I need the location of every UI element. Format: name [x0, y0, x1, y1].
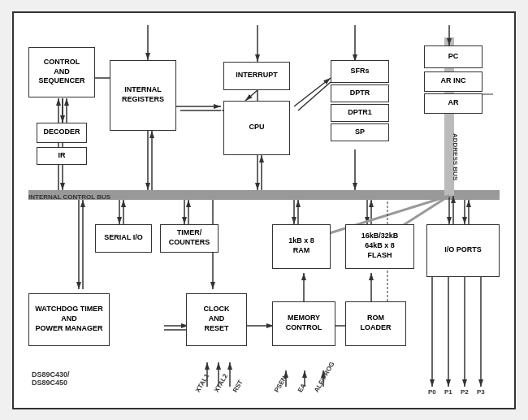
decoder-label: DECODER	[43, 128, 80, 137]
ar-label: AR	[448, 98, 459, 108]
timer-counters-label: TIMER/COUNTERS	[169, 228, 210, 247]
ea-label: EA	[296, 382, 307, 393]
p0-label: P0	[428, 388, 436, 396]
ir-block: IR	[37, 147, 87, 165]
ale-prog-label: ALE/PROG	[313, 360, 336, 393]
clock-reset-block: CLOCKANDRESET	[186, 293, 247, 346]
dptr1-block: DPTR1	[331, 104, 389, 122]
internal-registers-label: INTERNALREGISTERS	[122, 85, 164, 104]
internal-registers-block: INTERNALREGISTERS	[110, 60, 176, 131]
svg-line-14	[298, 82, 331, 110]
dptr1-label: DPTR1	[348, 108, 372, 118]
io-ports-label: I/O PORTS	[444, 245, 482, 255]
device-name-label: DS89C430/DS89C450	[32, 370, 70, 387]
xtal2-label: XTAL2	[213, 372, 229, 393]
ir-label: IR	[58, 151, 66, 161]
timer-counters-block: TIMER/COUNTERS	[160, 224, 219, 253]
flash-label: 16kB/32kB64kB x 8FLASH	[361, 232, 399, 260]
interrupt-block: INTERRUPT	[223, 62, 290, 90]
p1-label: P1	[444, 388, 452, 396]
io-ports-block: I/O PORTS	[426, 224, 500, 277]
interrupt-label: INTERRUPT	[236, 71, 278, 80]
p2-label: P2	[461, 388, 469, 396]
clock-reset-label: CLOCKANDRESET	[204, 305, 230, 333]
sp-block: SP	[331, 123, 389, 141]
memory-control-label: MEMORYCONTROL	[286, 314, 322, 332]
ar-block: AR	[424, 93, 483, 114]
decoder-block: DECODER	[37, 123, 87, 143]
svg-line-55	[245, 90, 258, 101]
xtal1-label: XTAL1	[194, 372, 210, 393]
diagram-container: CONTROLANDSEQUENCER DECODER IR INTERNALR…	[12, 11, 516, 409]
sfrs-block: SFRs	[331, 60, 389, 83]
p3-label: P3	[477, 388, 485, 396]
serial-io-block: SERIAL I/O	[95, 224, 152, 253]
sfrs-label: SFRs	[350, 67, 369, 76]
control-sequencer-label: CONTROLANDSEQUENCER	[38, 58, 84, 86]
ram-block: 1kB x 8RAM	[272, 224, 331, 269]
internal-control-bus-label: INTERNAL CONTROL BUS	[28, 193, 110, 201]
pc-label: PC	[448, 52, 459, 62]
watchdog-label: WATCHDOG TIMERANDPOWER MANAGER	[35, 305, 102, 333]
memory-control-block: MEMORYCONTROL	[272, 301, 335, 346]
ram-label: 1kB x 8RAM	[288, 236, 314, 255]
rom-loader-label: ROMLOADER	[361, 314, 392, 332]
sp-label: SP	[355, 128, 365, 137]
ar-inc-block: AR INC	[424, 71, 483, 92]
watchdog-block: WATCHDOG TIMERANDPOWER MANAGER	[28, 293, 110, 346]
svg-line-13	[294, 78, 331, 106]
address-bus-label: ADDRESS BUS	[452, 133, 459, 182]
flash-block: 16kB/32kB64kB x 8FLASH	[345, 224, 414, 269]
control-sequencer-block: CONTROLANDSEQUENCER	[28, 47, 95, 97]
cpu-label: CPU	[249, 123, 264, 132]
cpu-block: CPU	[223, 101, 290, 155]
psen-label: PSEN	[273, 375, 288, 393]
pc-block: PC	[424, 45, 483, 68]
dptr-block: DPTR	[331, 84, 389, 102]
serial-io-label: SERIAL I/O	[104, 233, 142, 243]
rom-loader-block: ROMLOADER	[345, 301, 406, 346]
dptr-label: DPTR	[350, 89, 370, 98]
ar-inc-label: AR INC	[441, 76, 466, 86]
rst-label: RST	[232, 379, 245, 393]
